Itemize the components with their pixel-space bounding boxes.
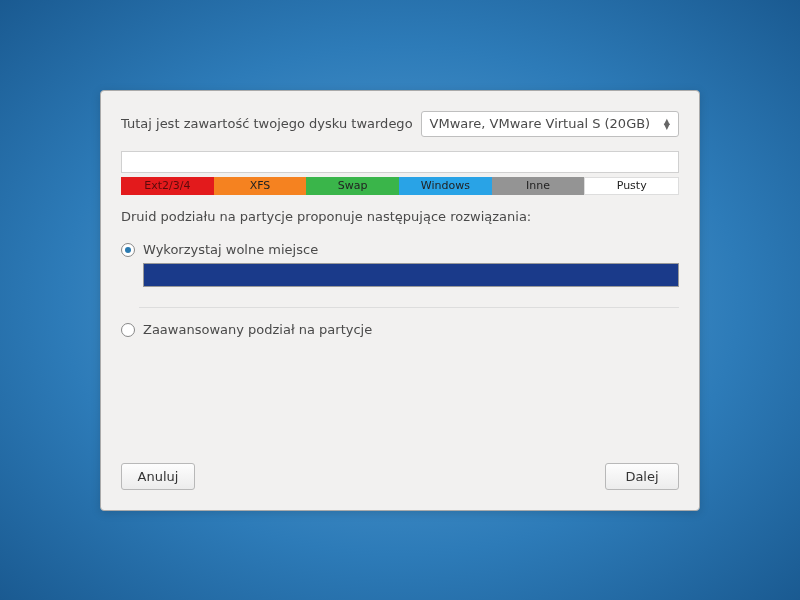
option-label-free-space[interactable]: Wykorzystaj wolne miejsce	[143, 242, 679, 257]
disk-usage-bar	[121, 151, 679, 173]
options-subtitle: Druid podziału na partycje proponuje nas…	[121, 209, 679, 224]
legend-empty: Pusty	[584, 177, 679, 195]
radio-use-free-space[interactable]	[121, 243, 135, 257]
option-label-advanced[interactable]: Zaawansowany podział na partycje	[143, 322, 679, 337]
partition-dialog: Tutaj jest zawartość twojego dysku tward…	[100, 90, 700, 511]
legend-xfs: XFS	[214, 177, 307, 195]
option-content: Wykorzystaj wolne miejsce	[143, 242, 679, 287]
option-content: Zaawansowany podział na partycje	[143, 322, 679, 343]
disk-label: Tutaj jest zawartość twojego dysku tward…	[121, 116, 413, 131]
partition-preview-bar	[143, 263, 679, 287]
option-advanced: Zaawansowany podział na partycje	[121, 318, 679, 347]
legend-windows: Windows	[399, 177, 492, 195]
disk-dropdown[interactable]: VMware, VMware Virtual S (20GB) ▲▼	[421, 111, 679, 137]
partition-legend: Ext2/3/4 XFS Swap Windows Inne Pusty	[121, 177, 679, 195]
disk-dropdown-value: VMware, VMware Virtual S (20GB)	[430, 116, 651, 131]
option-divider	[139, 307, 679, 308]
legend-other: Inne	[492, 177, 585, 195]
cancel-button[interactable]: Anuluj	[121, 463, 195, 490]
legend-ext: Ext2/3/4	[121, 177, 214, 195]
disk-selector-row: Tutaj jest zawartość twojego dysku tward…	[121, 111, 679, 137]
dropdown-arrows-icon: ▲▼	[664, 119, 670, 129]
legend-swap: Swap	[306, 177, 399, 195]
option-use-free-space: Wykorzystaj wolne miejsce	[121, 238, 679, 291]
next-button[interactable]: Dalej	[605, 463, 679, 490]
button-row: Anuluj Dalej	[121, 463, 679, 490]
radio-advanced[interactable]	[121, 323, 135, 337]
partition-options: Wykorzystaj wolne miejsce Zaawansowany p…	[121, 238, 679, 463]
